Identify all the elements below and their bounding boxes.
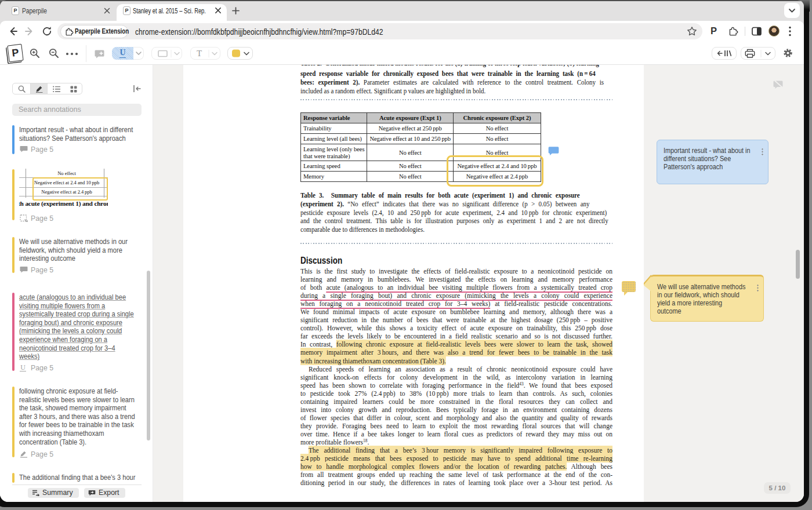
svg-text:T: T	[197, 49, 202, 58]
